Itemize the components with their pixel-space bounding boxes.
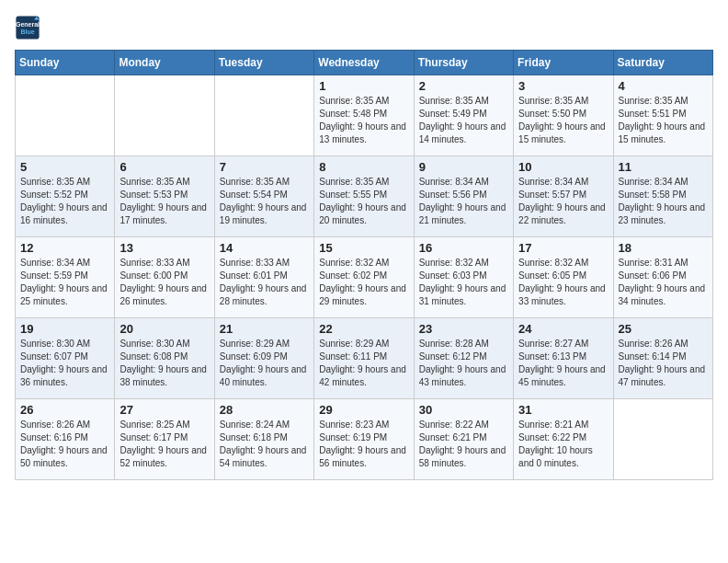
cell-info: Sunrise: 8:32 AMSunset: 6:03 PMDaylight:… [419, 257, 508, 308]
cell-info: Sunrise: 8:24 AMSunset: 6:18 PMDaylight:… [220, 419, 309, 470]
cell-info: Sunrise: 8:28 AMSunset: 6:12 PMDaylight:… [419, 338, 508, 389]
day-number: 14 [220, 241, 309, 255]
calendar-week-4: 19Sunrise: 8:30 AMSunset: 6:07 PMDayligh… [16, 318, 713, 399]
cell-info: Sunrise: 8:32 AMSunset: 6:05 PMDaylight:… [518, 257, 608, 308]
calendar-week-1: 1Sunrise: 8:35 AMSunset: 5:48 PMDaylight… [16, 75, 713, 156]
day-header-saturday: Saturday [613, 51, 712, 75]
calendar-cell [115, 75, 214, 156]
calendar-cell: 14Sunrise: 8:33 AMSunset: 6:01 PMDayligh… [214, 237, 313, 318]
calendar-cell: 10Sunrise: 8:34 AMSunset: 5:57 PMDayligh… [514, 156, 613, 237]
calendar-cell [214, 75, 313, 156]
calendar-cell: 6Sunrise: 8:35 AMSunset: 5:53 PMDaylight… [115, 156, 214, 237]
calendar-cell: 24Sunrise: 8:27 AMSunset: 6:13 PMDayligh… [514, 318, 613, 399]
cell-info: Sunrise: 8:30 AMSunset: 6:08 PMDaylight:… [119, 338, 209, 389]
day-header-sunday: Sunday [16, 51, 115, 75]
calendar-cell: 20Sunrise: 8:30 AMSunset: 6:08 PMDayligh… [115, 318, 214, 399]
day-number: 2 [419, 79, 508, 93]
svg-text:General: General [16, 21, 40, 28]
day-number: 12 [20, 241, 109, 255]
calendar-cell: 16Sunrise: 8:32 AMSunset: 6:03 PMDayligh… [414, 237, 513, 318]
day-number: 19 [20, 322, 109, 336]
cell-info: Sunrise: 8:35 AMSunset: 5:48 PMDaylight:… [319, 95, 408, 146]
day-number: 7 [220, 160, 309, 174]
cell-info: Sunrise: 8:33 AMSunset: 6:01 PMDaylight:… [220, 257, 309, 308]
cell-info: Sunrise: 8:22 AMSunset: 6:21 PMDaylight:… [419, 419, 508, 470]
day-number: 26 [20, 403, 109, 417]
cell-info: Sunrise: 8:23 AMSunset: 6:19 PMDaylight:… [319, 419, 408, 470]
calendar-cell: 18Sunrise: 8:31 AMSunset: 6:06 PMDayligh… [613, 237, 712, 318]
calendar-cell: 26Sunrise: 8:26 AMSunset: 6:16 PMDayligh… [16, 399, 115, 480]
calendar-cell [16, 75, 115, 156]
calendar-cell: 8Sunrise: 8:35 AMSunset: 5:55 PMDaylight… [314, 156, 414, 237]
cell-info: Sunrise: 8:34 AMSunset: 5:59 PMDaylight:… [20, 257, 109, 308]
day-number: 6 [119, 160, 209, 174]
calendar-cell: 30Sunrise: 8:22 AMSunset: 6:21 PMDayligh… [414, 399, 513, 480]
calendar-cell: 29Sunrise: 8:23 AMSunset: 6:19 PMDayligh… [314, 399, 414, 480]
day-number: 1 [319, 79, 408, 93]
day-header-thursday: Thursday [414, 51, 513, 75]
calendar-cell: 25Sunrise: 8:26 AMSunset: 6:14 PMDayligh… [613, 318, 712, 399]
day-number: 13 [119, 241, 209, 255]
calendar-cell: 13Sunrise: 8:33 AMSunset: 6:00 PMDayligh… [115, 237, 214, 318]
svg-text:Blue: Blue [20, 29, 34, 35]
day-header-tuesday: Tuesday [214, 51, 313, 75]
calendar-cell: 4Sunrise: 8:35 AMSunset: 5:51 PMDaylight… [613, 75, 712, 156]
day-number: 4 [619, 79, 708, 93]
calendar-cell: 7Sunrise: 8:35 AMSunset: 5:54 PMDaylight… [214, 156, 313, 237]
day-number: 11 [619, 160, 708, 174]
day-number: 18 [619, 241, 708, 255]
day-number: 31 [518, 403, 608, 417]
calendar-cell: 15Sunrise: 8:32 AMSunset: 6:02 PMDayligh… [314, 237, 414, 318]
calendar-week-3: 12Sunrise: 8:34 AMSunset: 5:59 PMDayligh… [16, 237, 713, 318]
cell-info: Sunrise: 8:35 AMSunset: 5:51 PMDaylight:… [619, 95, 708, 146]
cell-info: Sunrise: 8:25 AMSunset: 6:17 PMDaylight:… [119, 419, 209, 470]
day-number: 21 [220, 322, 309, 336]
calendar-week-2: 5Sunrise: 8:35 AMSunset: 5:52 PMDaylight… [16, 156, 713, 237]
calendar-cell: 27Sunrise: 8:25 AMSunset: 6:17 PMDayligh… [115, 399, 214, 480]
day-number: 28 [220, 403, 309, 417]
cell-info: Sunrise: 8:34 AMSunset: 5:56 PMDaylight:… [419, 176, 508, 227]
cell-info: Sunrise: 8:35 AMSunset: 5:49 PMDaylight:… [419, 95, 508, 146]
logo: General Blue [15, 15, 44, 40]
calendar-cell: 31Sunrise: 8:21 AMSunset: 6:22 PMDayligh… [514, 399, 613, 480]
day-header-wednesday: Wednesday [314, 51, 414, 75]
day-header-monday: Monday [115, 51, 214, 75]
logo-icon: General Blue [15, 15, 40, 40]
cell-info: Sunrise: 8:35 AMSunset: 5:55 PMDaylight:… [319, 176, 408, 227]
day-number: 20 [119, 322, 209, 336]
calendar-cell: 17Sunrise: 8:32 AMSunset: 6:05 PMDayligh… [514, 237, 613, 318]
cell-info: Sunrise: 8:29 AMSunset: 6:09 PMDaylight:… [220, 338, 309, 389]
day-number: 25 [619, 322, 708, 336]
day-number: 30 [419, 403, 508, 417]
page-header: General Blue [15, 15, 713, 40]
day-number: 8 [319, 160, 408, 174]
day-number: 10 [518, 160, 608, 174]
day-header-friday: Friday [514, 51, 613, 75]
calendar-cell: 23Sunrise: 8:28 AMSunset: 6:12 PMDayligh… [414, 318, 513, 399]
calendar-cell [613, 399, 712, 480]
cell-info: Sunrise: 8:34 AMSunset: 5:58 PMDaylight:… [619, 176, 708, 227]
day-number: 29 [319, 403, 408, 417]
day-number: 9 [419, 160, 508, 174]
cell-info: Sunrise: 8:30 AMSunset: 6:07 PMDaylight:… [20, 338, 109, 389]
calendar-table: SundayMondayTuesdayWednesdayThursdayFrid… [15, 50, 713, 480]
day-number: 24 [518, 322, 608, 336]
day-number: 15 [319, 241, 408, 255]
day-number: 16 [419, 241, 508, 255]
cell-info: Sunrise: 8:32 AMSunset: 6:02 PMDaylight:… [319, 257, 408, 308]
calendar-cell: 22Sunrise: 8:29 AMSunset: 6:11 PMDayligh… [314, 318, 414, 399]
cell-info: Sunrise: 8:21 AMSunset: 6:22 PMDaylight:… [518, 419, 608, 470]
cell-info: Sunrise: 8:35 AMSunset: 5:53 PMDaylight:… [119, 176, 209, 227]
day-number: 23 [419, 322, 508, 336]
cell-info: Sunrise: 8:35 AMSunset: 5:52 PMDaylight:… [20, 176, 109, 227]
day-number: 17 [518, 241, 608, 255]
cell-info: Sunrise: 8:27 AMSunset: 6:13 PMDaylight:… [518, 338, 608, 389]
calendar-cell: 3Sunrise: 8:35 AMSunset: 5:50 PMDaylight… [514, 75, 613, 156]
calendar-cell: 9Sunrise: 8:34 AMSunset: 5:56 PMDaylight… [414, 156, 513, 237]
calendar-cell: 21Sunrise: 8:29 AMSunset: 6:09 PMDayligh… [214, 318, 313, 399]
cell-info: Sunrise: 8:34 AMSunset: 5:57 PMDaylight:… [518, 176, 608, 227]
calendar-cell: 1Sunrise: 8:35 AMSunset: 5:48 PMDaylight… [314, 75, 414, 156]
cell-info: Sunrise: 8:29 AMSunset: 6:11 PMDaylight:… [319, 338, 408, 389]
cell-info: Sunrise: 8:33 AMSunset: 6:00 PMDaylight:… [119, 257, 209, 308]
day-number: 5 [20, 160, 109, 174]
